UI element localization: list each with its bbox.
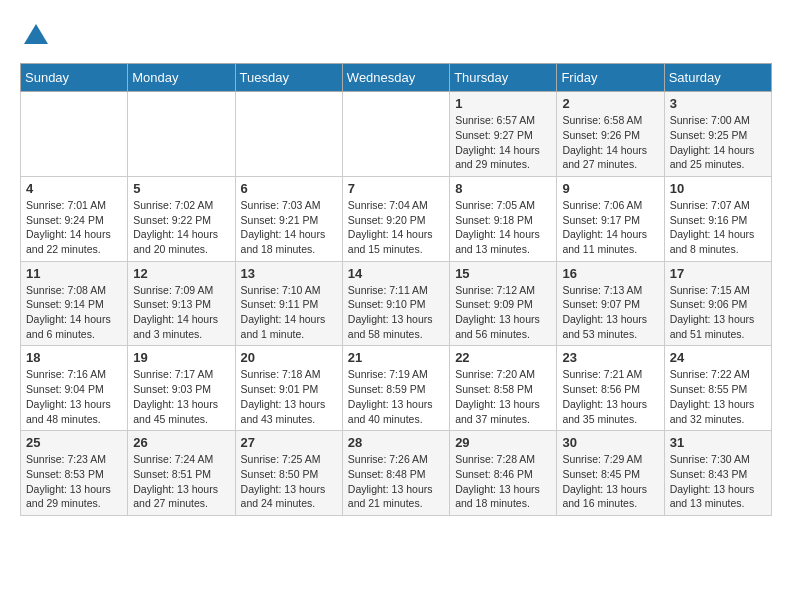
day-info: Sunrise: 7:24 AMSunset: 8:51 PMDaylight:… (133, 452, 229, 511)
day-info: Sunrise: 7:28 AMSunset: 8:46 PMDaylight:… (455, 452, 551, 511)
day-info: Sunrise: 6:58 AMSunset: 9:26 PMDaylight:… (562, 113, 658, 172)
day-number: 9 (562, 181, 658, 196)
day-number: 13 (241, 266, 337, 281)
day-number: 21 (348, 350, 444, 365)
calendar-table: SundayMondayTuesdayWednesdayThursdayFrid… (20, 63, 772, 516)
day-info: Sunrise: 7:22 AMSunset: 8:55 PMDaylight:… (670, 367, 766, 426)
day-number: 1 (455, 96, 551, 111)
day-number: 23 (562, 350, 658, 365)
calendar-cell: 22Sunrise: 7:20 AMSunset: 8:58 PMDayligh… (450, 346, 557, 431)
calendar-cell: 29Sunrise: 7:28 AMSunset: 8:46 PMDayligh… (450, 431, 557, 516)
day-number: 25 (26, 435, 122, 450)
day-info: Sunrise: 7:26 AMSunset: 8:48 PMDaylight:… (348, 452, 444, 511)
calendar-cell (235, 92, 342, 177)
calendar-cell (342, 92, 449, 177)
day-info: Sunrise: 7:02 AMSunset: 9:22 PMDaylight:… (133, 198, 229, 257)
day-header-tuesday: Tuesday (235, 64, 342, 92)
day-info: Sunrise: 7:07 AMSunset: 9:16 PMDaylight:… (670, 198, 766, 257)
day-info: Sunrise: 7:00 AMSunset: 9:25 PMDaylight:… (670, 113, 766, 172)
day-info: Sunrise: 7:25 AMSunset: 8:50 PMDaylight:… (241, 452, 337, 511)
calendar-cell: 15Sunrise: 7:12 AMSunset: 9:09 PMDayligh… (450, 261, 557, 346)
day-info: Sunrise: 7:08 AMSunset: 9:14 PMDaylight:… (26, 283, 122, 342)
day-number: 2 (562, 96, 658, 111)
calendar-cell: 20Sunrise: 7:18 AMSunset: 9:01 PMDayligh… (235, 346, 342, 431)
day-number: 11 (26, 266, 122, 281)
day-number: 31 (670, 435, 766, 450)
day-number: 24 (670, 350, 766, 365)
calendar-cell: 9Sunrise: 7:06 AMSunset: 9:17 PMDaylight… (557, 176, 664, 261)
day-number: 29 (455, 435, 551, 450)
calendar-cell: 26Sunrise: 7:24 AMSunset: 8:51 PMDayligh… (128, 431, 235, 516)
calendar-cell: 1Sunrise: 6:57 AMSunset: 9:27 PMDaylight… (450, 92, 557, 177)
day-number: 15 (455, 266, 551, 281)
calendar-cell: 17Sunrise: 7:15 AMSunset: 9:06 PMDayligh… (664, 261, 771, 346)
day-info: Sunrise: 7:18 AMSunset: 9:01 PMDaylight:… (241, 367, 337, 426)
calendar-cell: 21Sunrise: 7:19 AMSunset: 8:59 PMDayligh… (342, 346, 449, 431)
calendar-cell: 25Sunrise: 7:23 AMSunset: 8:53 PMDayligh… (21, 431, 128, 516)
day-info: Sunrise: 7:17 AMSunset: 9:03 PMDaylight:… (133, 367, 229, 426)
calendar-cell (128, 92, 235, 177)
calendar-cell: 6Sunrise: 7:03 AMSunset: 9:21 PMDaylight… (235, 176, 342, 261)
calendar-cell: 8Sunrise: 7:05 AMSunset: 9:18 PMDaylight… (450, 176, 557, 261)
day-info: Sunrise: 7:29 AMSunset: 8:45 PMDaylight:… (562, 452, 658, 511)
day-info: Sunrise: 7:16 AMSunset: 9:04 PMDaylight:… (26, 367, 122, 426)
day-info: Sunrise: 7:23 AMSunset: 8:53 PMDaylight:… (26, 452, 122, 511)
day-number: 8 (455, 181, 551, 196)
day-info: Sunrise: 7:09 AMSunset: 9:13 PMDaylight:… (133, 283, 229, 342)
calendar-cell: 10Sunrise: 7:07 AMSunset: 9:16 PMDayligh… (664, 176, 771, 261)
day-number: 6 (241, 181, 337, 196)
day-info: Sunrise: 7:03 AMSunset: 9:21 PMDaylight:… (241, 198, 337, 257)
calendar-cell: 19Sunrise: 7:17 AMSunset: 9:03 PMDayligh… (128, 346, 235, 431)
day-header-thursday: Thursday (450, 64, 557, 92)
calendar-cell: 28Sunrise: 7:26 AMSunset: 8:48 PMDayligh… (342, 431, 449, 516)
day-number: 28 (348, 435, 444, 450)
calendar-cell: 24Sunrise: 7:22 AMSunset: 8:55 PMDayligh… (664, 346, 771, 431)
day-number: 26 (133, 435, 229, 450)
day-number: 20 (241, 350, 337, 365)
day-number: 4 (26, 181, 122, 196)
day-info: Sunrise: 7:11 AMSunset: 9:10 PMDaylight:… (348, 283, 444, 342)
calendar-cell: 2Sunrise: 6:58 AMSunset: 9:26 PMDaylight… (557, 92, 664, 177)
day-number: 14 (348, 266, 444, 281)
calendar-cell: 27Sunrise: 7:25 AMSunset: 8:50 PMDayligh… (235, 431, 342, 516)
day-info: Sunrise: 7:15 AMSunset: 9:06 PMDaylight:… (670, 283, 766, 342)
day-number: 18 (26, 350, 122, 365)
calendar-cell: 30Sunrise: 7:29 AMSunset: 8:45 PMDayligh… (557, 431, 664, 516)
calendar-cell: 31Sunrise: 7:30 AMSunset: 8:43 PMDayligh… (664, 431, 771, 516)
day-info: Sunrise: 7:21 AMSunset: 8:56 PMDaylight:… (562, 367, 658, 426)
day-info: Sunrise: 7:04 AMSunset: 9:20 PMDaylight:… (348, 198, 444, 257)
day-header-wednesday: Wednesday (342, 64, 449, 92)
logo (20, 20, 50, 53)
calendar-cell (21, 92, 128, 177)
page-header (20, 20, 772, 53)
day-number: 16 (562, 266, 658, 281)
day-number: 10 (670, 181, 766, 196)
day-number: 30 (562, 435, 658, 450)
logo-icon (22, 20, 50, 48)
day-info: Sunrise: 7:30 AMSunset: 8:43 PMDaylight:… (670, 452, 766, 511)
day-number: 19 (133, 350, 229, 365)
day-number: 17 (670, 266, 766, 281)
calendar-cell: 12Sunrise: 7:09 AMSunset: 9:13 PMDayligh… (128, 261, 235, 346)
calendar-cell: 13Sunrise: 7:10 AMSunset: 9:11 PMDayligh… (235, 261, 342, 346)
day-header-friday: Friday (557, 64, 664, 92)
calendar-cell: 14Sunrise: 7:11 AMSunset: 9:10 PMDayligh… (342, 261, 449, 346)
day-info: Sunrise: 7:10 AMSunset: 9:11 PMDaylight:… (241, 283, 337, 342)
day-number: 27 (241, 435, 337, 450)
day-info: Sunrise: 7:20 AMSunset: 8:58 PMDaylight:… (455, 367, 551, 426)
calendar-cell: 3Sunrise: 7:00 AMSunset: 9:25 PMDaylight… (664, 92, 771, 177)
day-header-saturday: Saturday (664, 64, 771, 92)
day-info: Sunrise: 7:13 AMSunset: 9:07 PMDaylight:… (562, 283, 658, 342)
day-number: 7 (348, 181, 444, 196)
day-number: 12 (133, 266, 229, 281)
calendar-cell: 7Sunrise: 7:04 AMSunset: 9:20 PMDaylight… (342, 176, 449, 261)
svg-marker-0 (24, 24, 48, 44)
day-number: 22 (455, 350, 551, 365)
calendar-cell: 16Sunrise: 7:13 AMSunset: 9:07 PMDayligh… (557, 261, 664, 346)
day-info: Sunrise: 7:06 AMSunset: 9:17 PMDaylight:… (562, 198, 658, 257)
calendar-cell: 23Sunrise: 7:21 AMSunset: 8:56 PMDayligh… (557, 346, 664, 431)
day-header-monday: Monday (128, 64, 235, 92)
day-header-sunday: Sunday (21, 64, 128, 92)
calendar-cell: 5Sunrise: 7:02 AMSunset: 9:22 PMDaylight… (128, 176, 235, 261)
day-info: Sunrise: 7:12 AMSunset: 9:09 PMDaylight:… (455, 283, 551, 342)
